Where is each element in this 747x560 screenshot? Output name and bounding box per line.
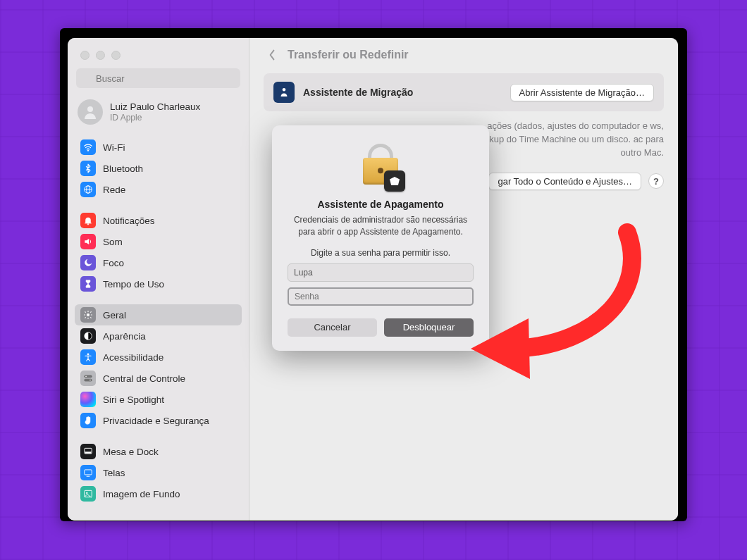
erase-assistant-auth-dialog: Assistente de Apagamento Credenciais de … bbox=[272, 125, 489, 351]
sidebar-item-bell[interactable]: Notificações bbox=[75, 210, 242, 231]
svg-point-8 bbox=[87, 313, 89, 316]
migration-assistant-icon bbox=[273, 82, 295, 103]
dialog-title: Assistente de Apagamento bbox=[288, 199, 474, 210]
sidebar-item-label: Imagem de Fundo bbox=[103, 489, 180, 499]
avatar bbox=[78, 99, 103, 125]
dialog-prompt: Digite a sua senha para permitir isso. bbox=[288, 248, 474, 258]
sidebar-item-label: Telas bbox=[103, 468, 125, 478]
page-title: Transferir ou Redefinir bbox=[288, 49, 409, 61]
sidebar-item-hand[interactable]: Privacidade e Segurança bbox=[75, 410, 242, 431]
migration-assistant-row: Assistente de Migração Abrir Assistente … bbox=[264, 73, 664, 111]
search-input[interactable] bbox=[76, 68, 240, 88]
sidebar-item-moon[interactable]: Foco bbox=[75, 252, 242, 273]
user-subtitle: ID Apple bbox=[110, 113, 200, 123]
lock-icon bbox=[356, 142, 405, 192]
bell-icon bbox=[80, 213, 96, 228]
gear-icon bbox=[80, 307, 96, 323]
siri-icon bbox=[80, 392, 96, 407]
zoom-window-button[interactable] bbox=[111, 51, 121, 60]
sidebar-item-wifi[interactable]: Wi-Fi bbox=[75, 137, 242, 158]
svg-point-2 bbox=[87, 106, 93, 112]
open-migration-assistant-button[interactable]: Abrir Assistente de Migração… bbox=[510, 84, 654, 101]
sidebar-item-label: Tempo de Uso bbox=[103, 279, 164, 290]
sidebar-item-label: Central de Controle bbox=[103, 373, 185, 384]
sidebar-item-label: Foco bbox=[103, 258, 124, 268]
sidebar-item-label: Wi-Fi bbox=[103, 142, 125, 153]
dock-icon bbox=[80, 444, 96, 459]
help-button[interactable]: ? bbox=[648, 173, 664, 189]
wifi-icon bbox=[80, 139, 96, 155]
displays-icon bbox=[80, 465, 96, 480]
sidebar: Luiz Paulo Charleaux ID Apple Wi-FiBluet… bbox=[68, 38, 249, 521]
svg-point-7 bbox=[87, 223, 89, 225]
sidebar-item-speaker[interactable]: Som bbox=[75, 231, 242, 252]
svg-point-12 bbox=[85, 375, 87, 377]
switches-icon bbox=[80, 371, 96, 386]
wallpaper-icon bbox=[80, 486, 96, 502]
appearance-icon bbox=[80, 328, 96, 344]
svg-point-15 bbox=[85, 396, 92, 404]
username-field bbox=[288, 263, 474, 282]
sidebar-item-label: Geral bbox=[103, 310, 126, 321]
globe-icon bbox=[80, 182, 96, 197]
accessibility-icon bbox=[80, 349, 96, 365]
sidebar-item-dock[interactable]: Mesa e Dock bbox=[75, 441, 242, 462]
sidebar-item-label: Som bbox=[103, 237, 123, 247]
window-controls bbox=[68, 45, 249, 68]
search-box bbox=[76, 68, 240, 88]
sidebar-item-gear[interactable]: Geral bbox=[75, 304, 242, 325]
sidebar-item-label: Notificações bbox=[103, 216, 155, 226]
sidebar-item-wallpaper[interactable]: Imagem de Fundo bbox=[75, 483, 242, 504]
password-field[interactable] bbox=[288, 287, 474, 306]
unlock-button[interactable]: Desbloquear bbox=[384, 318, 474, 337]
speaker-icon bbox=[80, 234, 96, 249]
svg-point-21 bbox=[86, 492, 87, 494]
moon-icon bbox=[80, 255, 96, 270]
minimize-window-button[interactable] bbox=[96, 51, 105, 60]
bluetooth-icon bbox=[80, 161, 96, 176]
sidebar-item-siri[interactable]: Siri e Spotlight bbox=[75, 389, 242, 410]
sidebar-item-label: Aparência bbox=[103, 331, 146, 342]
cancel-button[interactable]: Cancelar bbox=[288, 318, 377, 337]
hourglass-icon bbox=[80, 276, 96, 292]
sidebar-item-hourglass[interactable]: Tempo de Uso bbox=[75, 273, 242, 294]
sidebar-item-displays[interactable]: Telas bbox=[75, 462, 242, 483]
sidebar-item-label: Bluetooth bbox=[103, 163, 143, 174]
sidebar-item-bluetooth[interactable]: Bluetooth bbox=[75, 158, 242, 179]
svg-point-23 bbox=[283, 88, 286, 92]
back-button[interactable] bbox=[265, 48, 279, 62]
apple-id-row[interactable]: Luiz Paulo Charleaux ID Apple bbox=[68, 95, 249, 135]
sidebar-item-label: Acessibilidade bbox=[103, 352, 163, 363]
migration-assistant-label: Assistente de Migração bbox=[303, 87, 502, 98]
sidebar-item-label: Privacidade e Segurança bbox=[103, 416, 209, 426]
dialog-message: Credenciais de administrador são necessá… bbox=[288, 214, 474, 238]
sidebar-item-label: Rede bbox=[103, 185, 125, 195]
sidebar-item-switches[interactable]: Central de Controle bbox=[75, 368, 242, 389]
svg-point-14 bbox=[89, 379, 91, 380]
erase-all-content-button[interactable]: gar Todo o Conteúdo e Ajustes… bbox=[488, 173, 641, 190]
close-window-button[interactable] bbox=[80, 51, 89, 60]
sidebar-item-label: Mesa e Dock bbox=[103, 447, 159, 457]
user-name: Luiz Paulo Charleaux bbox=[110, 101, 200, 113]
sidebar-item-label: Siri e Spotlight bbox=[103, 394, 164, 405]
sidebar-item-globe[interactable]: Rede bbox=[75, 179, 242, 200]
svg-point-3 bbox=[87, 150, 89, 151]
svg-point-10 bbox=[87, 354, 89, 355]
hand-icon bbox=[80, 413, 96, 428]
sidebar-item-accessibility[interactable]: Acessibilidade bbox=[75, 347, 242, 368]
sidebar-item-appearance[interactable]: Aparência bbox=[75, 325, 242, 347]
svg-rect-18 bbox=[85, 470, 92, 475]
svg-rect-17 bbox=[85, 452, 91, 454]
